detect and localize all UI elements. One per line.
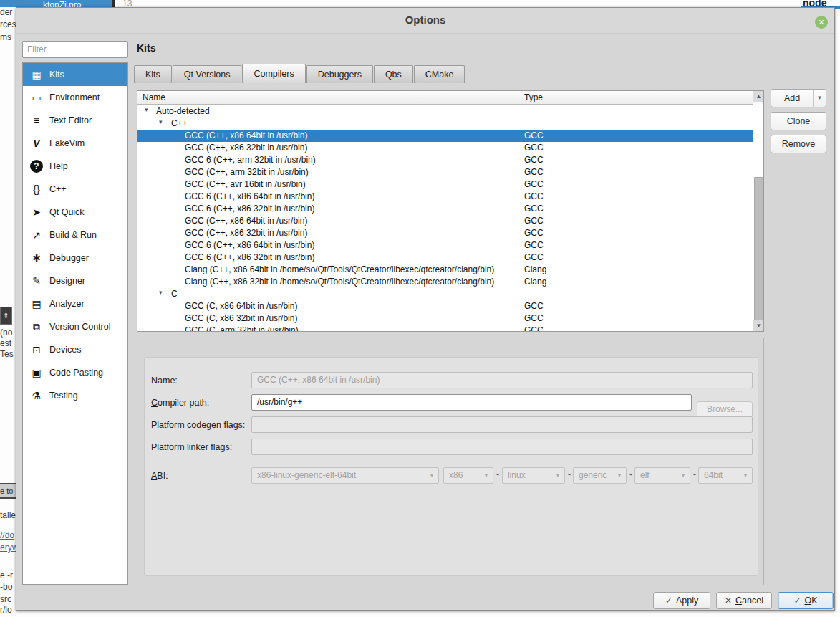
kits-icon: ▦: [30, 68, 43, 81]
table-row[interactable]: Clang (C++, x86 32bit in /home/so/Qt/Too…: [137, 276, 763, 288]
tab-qbs[interactable]: Qbs: [374, 65, 413, 83]
tab-debuggers[interactable]: Debuggers: [306, 65, 373, 83]
scroll-down-icon[interactable]: ▼: [753, 320, 764, 331]
details-panel: [144, 357, 758, 576]
table-row[interactable]: GCC (C, x86 32bit in /usr/bin)GCC: [137, 312, 763, 325]
sidebar-item-label: Version Control: [49, 322, 110, 332]
table-row[interactable]: GCC (C++, x86 64bit in /usr/bin)GCC: [137, 215, 763, 227]
table-row[interactable]: GCC 6 (C++, arm 32bit in /usr/bin)GCC: [137, 154, 763, 166]
tab-compilers[interactable]: Compilers: [242, 64, 305, 83]
column-header-name[interactable]: Name: [143, 92, 165, 102]
sidebar-item-code-pasting[interactable]: ▣ Code Pasting: [23, 361, 127, 384]
table-row[interactable]: GCC (C, arm 32bit in /usr/bin)GCC: [137, 325, 763, 332]
abi-combined-select: x86-linux-generic-elf-64bit▼: [251, 467, 439, 484]
apply-button[interactable]: ✓Apply: [653, 592, 710, 609]
scrollbar-thumb[interactable]: [754, 177, 763, 320]
background-fragment: (no: [0, 327, 16, 338]
compiler-path-input[interactable]: /usr/bin/g++: [251, 394, 692, 411]
name-field: GCC (C++, x86 64bit in /usr/bin): [251, 372, 753, 388]
table-header[interactable]: Name Type: [137, 91, 763, 105]
background-fragment: ms: [0, 32, 16, 42]
dialog-titlebar[interactable]: Options ✕: [16, 8, 834, 34]
sidebar-item-label: Devices: [49, 345, 81, 355]
background-fragment: rces: [0, 19, 16, 29]
sidebar-item-label: Code Pasting: [49, 368, 103, 378]
table-row-group[interactable]: ▾Auto-detected: [137, 105, 763, 118]
background-updown-icon: ⇕: [0, 307, 12, 325]
vertical-scrollbar[interactable]: ▲ ▼: [753, 91, 763, 331]
devices-icon: ⊡: [30, 343, 43, 356]
browse-button[interactable]: Browse...: [697, 401, 753, 418]
abi-wordwidth-select: 64bit▼: [698, 467, 753, 484]
table-row[interactable]: GCC (C++, avr 16bit in /usr/bin)GCC: [137, 178, 763, 191]
linker-flags-label: Platform linker flags:: [151, 442, 232, 452]
close-icon[interactable]: ✕: [815, 16, 828, 29]
sidebar-item-kits[interactable]: ▦ Kits: [23, 63, 127, 86]
sidebar-item-fakevim[interactable]: V FakeVim: [23, 132, 127, 155]
sidebar-item-cpp[interactable]: {} C++: [23, 178, 127, 201]
table-row[interactable]: GCC (C++, x86 64bit in /usr/bin)GCC: [137, 130, 763, 142]
table-row[interactable]: GCC (C++, x86 32bit in /usr/bin)GCC: [137, 142, 763, 154]
sidebar-item-testing[interactable]: ⚗ Testing: [23, 384, 127, 407]
abi-separator: -: [496, 469, 499, 479]
table-row[interactable]: GCC (C, x86 64bit in /usr/bin)GCC: [137, 300, 763, 312]
table-row-group[interactable]: ▾C: [137, 288, 763, 300]
table-actions: Add▼ Clone Remove: [771, 89, 826, 158]
table-row[interactable]: GCC 6 (C++, x86 32bit in /usr/bin)GCC: [137, 203, 763, 215]
column-divider[interactable]: [521, 92, 521, 102]
flask-icon: ⚗: [30, 389, 43, 402]
clone-button[interactable]: Clone: [771, 112, 826, 130]
sidebar-item-devices[interactable]: ⊡ Devices: [23, 338, 127, 361]
tab-cmake[interactable]: CMake: [414, 65, 465, 83]
sidebar-item-designer[interactable]: ✎ Designer: [23, 269, 127, 292]
background-link-fragment: eryw: [0, 542, 16, 553]
compiler-path-label: Compiler path:: [151, 398, 209, 408]
background-link-fragment: //do: [0, 530, 16, 540]
sidebar-item-text-editor[interactable]: ≡ Text Editor: [23, 109, 127, 132]
background-fragment: e -r: [0, 570, 16, 580]
table-row[interactable]: GCC 6 (C++, x86 64bit in /usr/bin)GCC: [137, 191, 763, 203]
background-pane-header: e to: [0, 483, 16, 499]
background-fragment: Tes: [0, 349, 16, 359]
table-row[interactable]: Clang (C++, x86 64bit in /home/so/Qt/Too…: [137, 264, 763, 276]
name-label: Name:: [151, 376, 178, 386]
filter-input[interactable]: [22, 41, 128, 58]
ok-button[interactable]: ✓OK: [778, 592, 834, 609]
sidebar-item-analyzer[interactable]: ▤ Analyzer: [23, 292, 127, 315]
fakevim-icon: V: [30, 137, 43, 150]
analyzer-icon: ▤: [30, 297, 43, 310]
table-row[interactable]: GCC 6 (C++, x86 32bit in /usr/bin)GCC: [137, 252, 763, 264]
scroll-up-icon[interactable]: ▲: [753, 91, 764, 102]
sidebar-item-version-control[interactable]: ⧉ Version Control: [23, 315, 127, 338]
pencil-icon: ✎: [30, 274, 43, 287]
chevron-down-icon: ▼: [680, 468, 686, 483]
sidebar-item-environment[interactable]: ▭ Environment: [23, 86, 127, 109]
sidebar-item-label: Debugger: [49, 253, 89, 263]
cancel-button[interactable]: ✕Cancel: [716, 592, 772, 609]
chevron-down-icon[interactable]: ▼: [813, 90, 826, 107]
table-row[interactable]: GCC (C++, x86 32bit in /usr/bin)GCC: [137, 227, 763, 239]
dialog-title: Options: [16, 14, 834, 26]
sidebar-item-debugger[interactable]: ✱ Debugger: [23, 247, 127, 269]
expand-arrow-icon[interactable]: ▾: [145, 106, 148, 113]
tab-kits[interactable]: Kits: [134, 65, 172, 83]
sidebar-item-qt-quick[interactable]: ➤ Qt Quick: [23, 201, 127, 224]
remove-button[interactable]: Remove: [771, 135, 826, 153]
expand-arrow-icon[interactable]: ▾: [159, 289, 163, 296]
background-fragment: r/lo: [0, 605, 16, 615]
table-row[interactable]: GCC (C++, arm 32bit in /usr/bin)GCC: [137, 166, 763, 178]
tab-qt-versions[interactable]: Qt Versions: [173, 65, 242, 83]
table-row[interactable]: GCC 6 (C++, x86 64bit in /usr/bin)GCC: [137, 239, 763, 252]
expand-arrow-icon[interactable]: ▾: [159, 118, 163, 125]
sidebar-item-build-run[interactable]: ↗ Build & Run: [23, 224, 127, 247]
background-project-item: ktopZi.pro: [0, 0, 112, 7]
close-icon: ✕: [725, 596, 732, 606]
add-button[interactable]: Add▼: [771, 89, 826, 107]
abi-format-select: elf▼: [634, 467, 690, 484]
check-icon: ✓: [793, 596, 801, 606]
build-run-icon: ↗: [30, 229, 43, 241]
column-header-type[interactable]: Type: [524, 92, 543, 102]
category-sidebar: ▦ Kits ▭ Environment ≡ Text Editor V Fak…: [22, 62, 128, 585]
table-row-group[interactable]: ▾C++: [137, 118, 763, 130]
sidebar-item-help[interactable]: ? Help: [23, 155, 127, 178]
